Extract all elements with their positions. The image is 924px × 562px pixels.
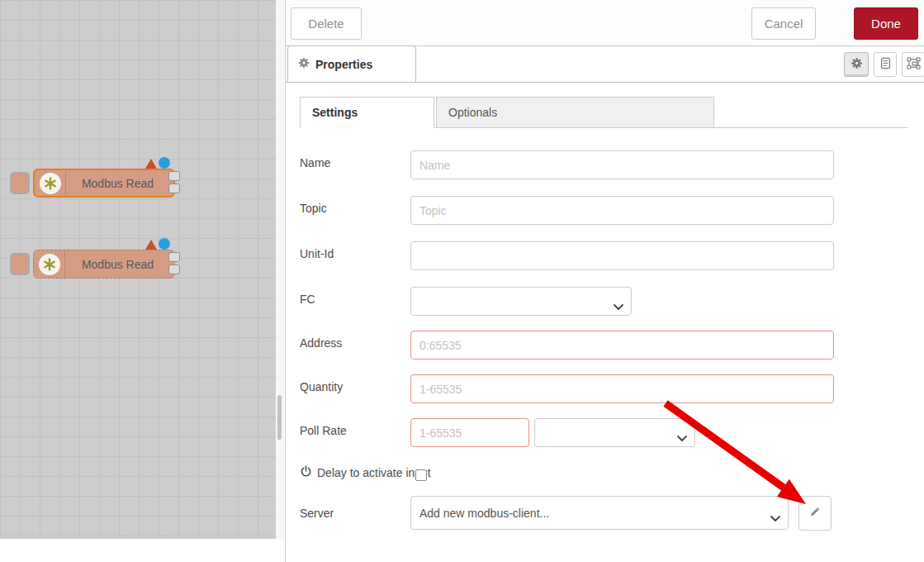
- modbus-read-node[interactable]: Modbus Read: [33, 250, 175, 279]
- node-button[interactable]: [10, 172, 30, 194]
- poll-rate-unit-select[interactable]: [534, 418, 695, 447]
- fc-select[interactable]: [410, 287, 632, 316]
- gear-icon: [851, 57, 863, 73]
- node-changed-dot-icon: [159, 238, 170, 250]
- tray-scrollbar[interactable]: [276, 0, 284, 539]
- chevron-down-icon: [614, 299, 623, 312]
- node-red-editor: Modbus Read Modbus Read: [0, 0, 924, 562]
- node-error-triangle-icon: [145, 159, 157, 169]
- delay-row: Delay to activate input: [300, 465, 431, 480]
- tab-optionals[interactable]: Optionals: [436, 97, 714, 128]
- server-select[interactable]: Add new modbus-client...: [410, 496, 789, 530]
- topic-label: Topic: [300, 202, 327, 215]
- output-port-1[interactable]: [168, 171, 180, 181]
- output-port-1[interactable]: [168, 252, 180, 262]
- selection-frame-icon: [907, 57, 921, 73]
- pencil-icon: [808, 505, 822, 522]
- node-icon-box: [35, 170, 66, 196]
- node-error-triangle-icon: [145, 240, 157, 250]
- done-button[interactable]: Done: [854, 7, 918, 40]
- output-port-2[interactable]: [168, 264, 180, 274]
- properties-view-button[interactable]: [844, 52, 869, 77]
- node-changed-dot-icon: [159, 157, 170, 169]
- gear-icon: [298, 57, 310, 71]
- unit-id-label: Unit-Id: [300, 247, 334, 260]
- tab-settings[interactable]: Settings: [300, 97, 434, 128]
- server-selected-value: Add new modbus-client...: [419, 507, 549, 520]
- delay-checkbox[interactable]: [415, 469, 427, 481]
- delay-label: Delay to activate input: [317, 466, 431, 479]
- chevron-down-icon: [770, 511, 780, 524]
- tray-header: Delete Cancel Done: [286, 0, 924, 46]
- server-edit-button[interactable]: [798, 496, 832, 531]
- settings-tab-label: Settings: [312, 106, 358, 119]
- quantity-input[interactable]: [410, 374, 834, 403]
- node-label: Modbus Read: [64, 250, 171, 278]
- address-label: Address: [300, 336, 342, 350]
- node-label: Modbus Read: [65, 170, 170, 196]
- document-icon: [879, 57, 892, 73]
- poll-rate-label: Poll Rate: [300, 424, 347, 437]
- tray-toolbar: Properties: [286, 45, 924, 83]
- modbus-read-node[interactable]: Modbus Read: [33, 169, 175, 198]
- quantity-label: Quantity: [300, 380, 343, 393]
- modbus-asterisk-icon: [40, 173, 61, 194]
- node-icon-box: [34, 250, 65, 278]
- server-label: Server: [300, 507, 334, 520]
- node-button[interactable]: [10, 253, 30, 275]
- address-input[interactable]: [410, 331, 834, 360]
- output-port-2[interactable]: [168, 183, 180, 193]
- scrollbar-thumb[interactable]: [277, 395, 282, 440]
- poll-rate-input[interactable]: [410, 418, 529, 447]
- properties-tab-label: Properties: [315, 58, 372, 71]
- fc-label: FC: [300, 293, 315, 306]
- flow-canvas[interactable]: Modbus Read Modbus Read: [0, 0, 276, 539]
- topic-input[interactable]: [410, 196, 834, 225]
- unit-id-input[interactable]: [410, 241, 834, 270]
- name-input[interactable]: [410, 150, 834, 179]
- appearance-view-button[interactable]: [902, 52, 924, 77]
- description-view-button[interactable]: [874, 52, 897, 77]
- optionals-tab-label: Optionals: [448, 106, 497, 119]
- name-label: Name: [300, 156, 330, 169]
- chevron-down-icon: [677, 431, 687, 444]
- tab-properties[interactable]: Properties: [287, 45, 416, 82]
- cancel-button[interactable]: Cancel: [751, 7, 816, 40]
- edit-tray: Delete Cancel Done: [285, 0, 924, 562]
- power-icon: [300, 465, 312, 480]
- modbus-asterisk-icon: [39, 254, 60, 275]
- delete-button[interactable]: Delete: [291, 7, 362, 40]
